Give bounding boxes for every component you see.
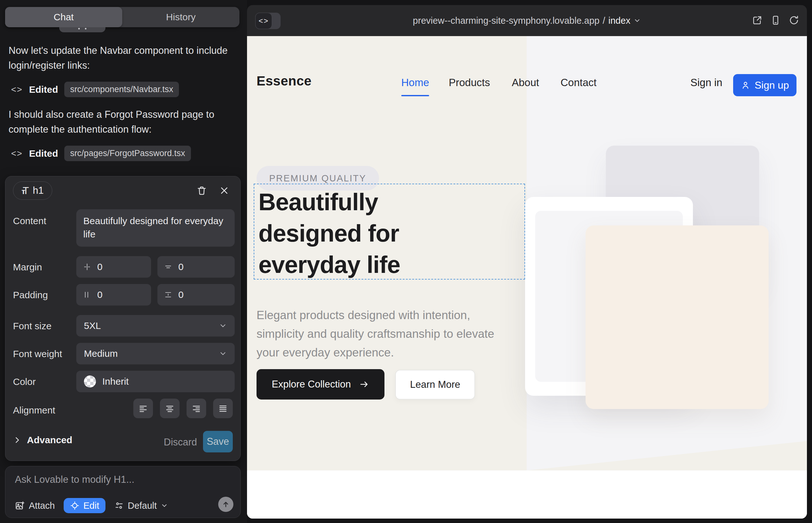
font-size-select[interactable]: 5XL bbox=[76, 315, 235, 337]
margin-vertical-icon bbox=[164, 263, 173, 271]
preview-url-bar[interactable]: preview--charming-site-symphony.lovable.… bbox=[247, 5, 807, 36]
margin-y-input[interactable]: 0 bbox=[157, 256, 235, 278]
smartphone-icon bbox=[770, 15, 782, 26]
arrow-right-icon bbox=[359, 379, 369, 390]
model-default-select[interactable]: Default bbox=[114, 501, 168, 511]
color-swatch-transparent bbox=[84, 376, 96, 387]
nav-active-underline bbox=[401, 95, 429, 96]
align-justify-icon bbox=[217, 403, 228, 414]
padding-x-input[interactable]: 0 bbox=[76, 284, 151, 306]
nav-link-contact[interactable]: Contact bbox=[561, 77, 597, 89]
align-justify-button[interactable] bbox=[213, 399, 233, 418]
assistant-message: I should also create a Forgot Password p… bbox=[8, 107, 233, 137]
chevron-down-icon bbox=[219, 322, 227, 330]
font-weight-label: Font weight bbox=[13, 348, 62, 359]
padding-label: Padding bbox=[13, 290, 48, 301]
edited-file-row: <> Edited src/components/Navbar.tsx bbox=[11, 82, 179, 97]
discard-button[interactable]: Discard bbox=[164, 437, 197, 448]
align-left-button[interactable] bbox=[133, 399, 153, 418]
preview-topbar: <> preview--charming-site-symphony.lovab… bbox=[247, 5, 807, 36]
align-right-button[interactable] bbox=[187, 399, 206, 418]
edit-mode-button[interactable]: Edit bbox=[64, 498, 105, 513]
nav-link-home[interactable]: Home bbox=[401, 77, 429, 89]
content-label: Content bbox=[13, 216, 46, 227]
chat-composer: Attach Edit Default bbox=[5, 466, 241, 518]
content-input[interactable]: Beautifully designed for everyday life bbox=[76, 209, 235, 247]
nav-link-products[interactable]: Products bbox=[449, 77, 490, 89]
align-left-icon bbox=[138, 403, 148, 414]
open-in-new-tab-button[interactable] bbox=[752, 15, 763, 26]
alignment-label: Alignment bbox=[13, 405, 55, 416]
padding-horizontal-icon bbox=[83, 290, 91, 299]
margin-x-input[interactable]: 0 bbox=[76, 256, 151, 278]
color-select[interactable]: Inherit bbox=[76, 371, 235, 392]
hero-paragraph: Elegant products designed with intention… bbox=[257, 306, 519, 362]
learn-more-button[interactable]: Learn More bbox=[395, 370, 475, 399]
typography-icon: тT bbox=[21, 185, 29, 197]
file-chip[interactable]: src/pages/ForgotPassword.tsx bbox=[64, 146, 191, 161]
path-separator: / bbox=[603, 16, 605, 26]
attach-image-icon bbox=[15, 501, 25, 511]
element-tag-pill[interactable]: тT h1 bbox=[13, 181, 52, 200]
chevron-right-icon bbox=[13, 436, 21, 444]
advanced-toggle[interactable]: Advanced bbox=[13, 435, 72, 446]
site-logo[interactable]: Essence bbox=[257, 73, 312, 89]
edited-file-row: <> Edited src/pages/ForgotPassword.tsx bbox=[11, 146, 191, 161]
font-weight-select[interactable]: Medium bbox=[76, 343, 235, 364]
preview-window: <> preview--charming-site-symphony.lovab… bbox=[247, 5, 807, 519]
sliders-icon bbox=[114, 501, 124, 510]
element-tag-name: h1 bbox=[33, 185, 43, 196]
target-icon bbox=[70, 501, 80, 510]
site-navbar: Essence Home Products About Contact Sign… bbox=[247, 36, 807, 112]
nav-link-about[interactable]: About bbox=[512, 77, 539, 89]
trash-icon bbox=[196, 185, 207, 196]
save-button[interactable]: Save bbox=[203, 431, 233, 452]
edited-label: Edited bbox=[29, 148, 58, 159]
chevron-down-icon bbox=[633, 17, 641, 24]
padding-y-input[interactable]: 0 bbox=[157, 284, 235, 306]
hero-heading[interactable]: Beautifully designed for everyday life bbox=[259, 186, 480, 280]
sign-in-link[interactable]: Sign in bbox=[690, 77, 722, 89]
send-button[interactable] bbox=[218, 497, 233, 512]
delete-element-button[interactable] bbox=[196, 184, 208, 197]
close-icon bbox=[219, 186, 229, 195]
code-icon: <> bbox=[11, 85, 23, 95]
file-chip[interactable]: src/components/Navbar.tsx bbox=[64, 82, 179, 97]
edited-label: Edited bbox=[29, 84, 58, 95]
close-editor-button[interactable] bbox=[218, 184, 230, 197]
chat-history-tabbar: Chat History bbox=[5, 7, 240, 27]
margin-label: Margin bbox=[13, 262, 42, 273]
align-right-icon bbox=[191, 403, 202, 414]
refresh-button[interactable] bbox=[789, 15, 800, 26]
decor-card-cream bbox=[586, 226, 769, 409]
margin-horizontal-icon bbox=[83, 263, 91, 271]
element-editor-panel: тT h1 Content Beautifully designed for e… bbox=[5, 176, 241, 461]
assistant-message: Now let's update the Navbar component to… bbox=[8, 43, 233, 73]
site-canvas: Essence Home Products About Contact Sign… bbox=[247, 36, 807, 519]
tab-chat[interactable]: Chat bbox=[5, 7, 122, 27]
code-icon: <> bbox=[11, 148, 23, 159]
tab-history[interactable]: History bbox=[122, 7, 240, 27]
color-label: Color bbox=[13, 376, 36, 387]
attach-button[interactable]: Attach bbox=[15, 501, 55, 511]
external-link-icon bbox=[752, 15, 763, 26]
refresh-icon bbox=[789, 15, 800, 26]
preview-url: preview--charming-site-symphony.lovable.… bbox=[413, 16, 600, 26]
chevron-down-icon bbox=[219, 349, 227, 358]
explore-collection-button[interactable]: Explore Collection bbox=[257, 369, 385, 399]
chat-input[interactable] bbox=[15, 474, 224, 485]
align-center-icon bbox=[164, 403, 175, 414]
padding-vertical-icon bbox=[164, 290, 173, 299]
align-center-button[interactable] bbox=[160, 399, 180, 418]
h1-selection-outline[interactable]: Beautifully designed for everyday life bbox=[254, 184, 525, 279]
arrow-up-icon bbox=[222, 500, 230, 508]
user-icon bbox=[741, 80, 750, 90]
scrolled-chip-partial bbox=[59, 27, 105, 32]
chat-sidebar: Chat History Now let's update the Navbar… bbox=[0, 0, 247, 523]
chevron-down-icon bbox=[161, 502, 168, 509]
font-size-label: Font size bbox=[13, 321, 52, 331]
page-name: index bbox=[608, 16, 630, 26]
sign-up-button[interactable]: Sign up bbox=[733, 74, 796, 96]
site-next-section bbox=[247, 470, 807, 519]
mobile-view-button[interactable] bbox=[770, 15, 782, 26]
